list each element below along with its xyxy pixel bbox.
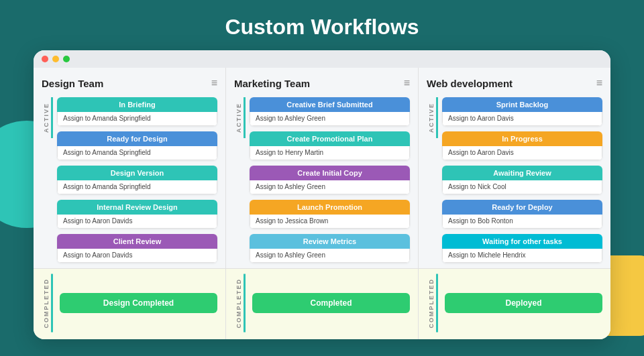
card-header-marketing-4: Review Metrics (250, 234, 410, 249)
columns-wrapper: Design Team ≡ ACTIVE In Briefing Assign … (34, 68, 610, 339)
card-header-web-3: Ready for Deploy (442, 200, 602, 215)
completed-label-marketing: COMPLETED (234, 274, 246, 333)
card-body-design-4: Assign to Aaron Davids (57, 249, 217, 263)
card-header-design-0: In Briefing (57, 97, 217, 112)
card-body-design-2: Assign to Amanda Springfield (57, 180, 217, 194)
card-header-web-0: Sprint Backlog (442, 97, 602, 112)
card-body-web-1: Assign to Aaron Davis (442, 146, 602, 160)
completed-card-design[interactable]: Design Completed (60, 293, 217, 313)
bottom-col-web: COMPLETED Deployed (419, 269, 610, 339)
completed-label-web: COMPLETED (427, 274, 438, 333)
column-menu-marketing[interactable]: ≡ (404, 77, 410, 89)
bottom-col-marketing: COMPLETED Completed (226, 269, 419, 339)
card-body-design-0: Assign to Amanda Springfield (57, 112, 217, 126)
cards-list-design: In Briefing Assign to Amanda Springfield… (57, 97, 217, 268)
cards-list-marketing: Creative Brief Submitted Assign to Ashle… (250, 97, 410, 268)
column-menu-design[interactable]: ≡ (211, 77, 217, 89)
bottom-completed-area: COMPLETED Design Completed COMPLETED Com… (34, 268, 610, 339)
top-area: Design Team ≡ ACTIVE In Briefing Assign … (34, 68, 610, 268)
card-design-2: Design Version Assign to Amanda Springfi… (57, 166, 217, 194)
completed-label-design: COMPLETED (42, 274, 53, 333)
active-label-design: ACTIVE (42, 97, 53, 138)
card-body-web-2: Assign to Nick Cool (442, 180, 602, 194)
card-design-3: Internal Review Design Assign to Aaron D… (57, 200, 217, 229)
card-header-marketing-2: Create Initial Copy (250, 166, 410, 180)
active-section-web: ACTIVE Sprint Backlog Assign to Aaron Da… (427, 97, 602, 268)
column-menu-web[interactable]: ≡ (596, 77, 602, 89)
column-title-design: Design Team (42, 78, 103, 89)
column-header-design: Design Team ≡ (42, 77, 217, 89)
card-header-design-2: Design Version (57, 166, 217, 180)
active-section-marketing: ACTIVE Creative Brief Submitted Assign t… (234, 97, 410, 268)
card-header-web-2: Awaiting Review (442, 166, 602, 180)
column-header-marketing: Marketing Team ≡ (234, 77, 410, 89)
column-marketing-team: Marketing Team ≡ ACTIVE Creative Brief S… (226, 68, 419, 268)
card-marketing-2: Create Initial Copy Assign to Ashley Gre… (250, 166, 410, 194)
column-header-web: Web development ≡ (427, 77, 602, 89)
card-marketing-4: Review Metrics Assign to Ashley Green (250, 234, 410, 263)
card-header-design-1: Ready for Design (57, 131, 217, 146)
card-design-1: Ready for Design Assign to Amanda Spring… (57, 131, 217, 160)
completed-section-marketing: COMPLETED Completed (226, 269, 418, 339)
completed-card-web[interactable]: Deployed (445, 293, 602, 313)
completed-section-web: COMPLETED Deployed (419, 269, 610, 339)
card-header-marketing-3: Launch Promotion (250, 200, 410, 215)
card-body-marketing-3: Assign to Jessica Brown (250, 215, 410, 229)
card-web-1: In Progress Assign to Aaron Davis (442, 131, 602, 160)
window-dot-red[interactable] (42, 56, 48, 62)
card-body-web-4: Assign to Michele Hendrix (442, 249, 602, 263)
active-section-design: ACTIVE In Briefing Assign to Amanda Spri… (42, 97, 217, 268)
card-body-marketing-4: Assign to Ashley Green (250, 249, 410, 263)
card-header-web-4: Waiting for other tasks (442, 234, 602, 249)
card-design-0: In Briefing Assign to Amanda Springfield (57, 97, 217, 126)
active-label-web: ACTIVE (427, 97, 438, 138)
card-body-design-3: Assign to Aaron Davids (57, 215, 217, 229)
column-web-development: Web development ≡ ACTIVE Sprint Backlog … (419, 68, 610, 268)
completed-card-marketing[interactable]: Completed (252, 293, 410, 313)
card-marketing-3: Launch Promotion Assign to Jessica Brown (250, 200, 410, 229)
card-web-2: Awaiting Review Assign to Nick Cool (442, 166, 602, 194)
card-header-design-4: Client Review (57, 234, 217, 249)
main-window: Design Team ≡ ACTIVE In Briefing Assign … (34, 50, 610, 339)
card-body-web-0: Assign to Aaron Davis (442, 112, 602, 126)
card-body-design-1: Assign to Amanda Springfield (57, 146, 217, 160)
card-body-web-3: Assign to Bob Ronton (442, 215, 602, 229)
page-title: Custom Workflows (0, 0, 644, 50)
card-web-3: Ready for Deploy Assign to Bob Ronton (442, 200, 602, 229)
card-web-0: Sprint Backlog Assign to Aaron Davis (442, 97, 602, 126)
card-header-marketing-1: Create Promotional Plan (250, 131, 410, 146)
card-header-marketing-0: Creative Brief Submitted (250, 97, 410, 112)
column-design-team: Design Team ≡ ACTIVE In Briefing Assign … (34, 68, 226, 268)
cards-list-web: Sprint Backlog Assign to Aaron Davis In … (442, 97, 602, 268)
card-body-marketing-0: Assign to Ashley Green (250, 112, 410, 126)
window-dot-green[interactable] (63, 56, 70, 62)
completed-section-design: COMPLETED Design Completed (34, 269, 225, 339)
active-label-marketing: ACTIVE (234, 97, 246, 138)
window-dot-yellow[interactable] (52, 56, 59, 62)
card-web-4: Waiting for other tasks Assign to Michel… (442, 234, 602, 263)
card-design-4: Client Review Assign to Aaron Davids (57, 234, 217, 263)
card-body-marketing-1: Assign to Henry Martin (250, 146, 410, 160)
bottom-col-design: COMPLETED Design Completed (34, 269, 226, 339)
card-header-web-1: In Progress (442, 131, 602, 146)
card-marketing-0: Creative Brief Submitted Assign to Ashle… (250, 97, 410, 126)
card-body-marketing-2: Assign to Ashley Green (250, 180, 410, 194)
card-header-design-3: Internal Review Design (57, 200, 217, 215)
card-marketing-1: Create Promotional Plan Assign to Henry … (250, 131, 410, 160)
column-title-web: Web development (427, 78, 513, 89)
window-bar (34, 50, 610, 68)
column-title-marketing: Marketing Team (234, 78, 310, 89)
